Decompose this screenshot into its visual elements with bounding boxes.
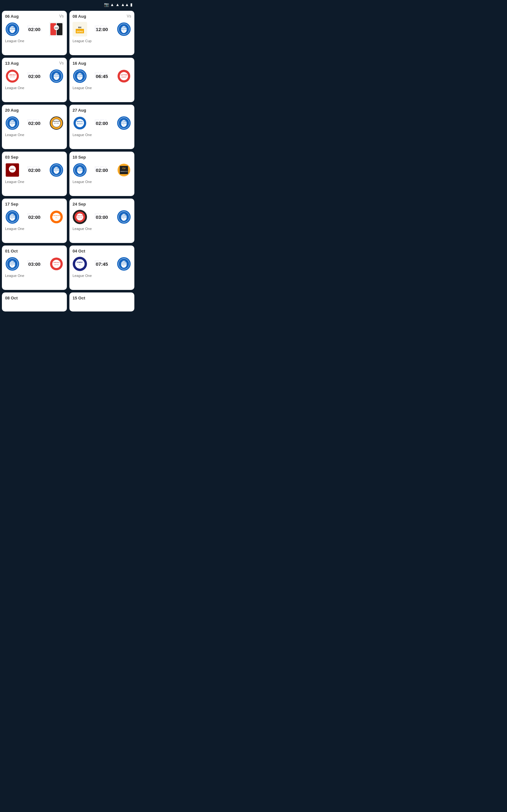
away-team-logo: EXE (49, 22, 64, 37)
svg-text:WYCOMBE: WYCOMBE (76, 167, 84, 169)
svg-text:F.C.: F.C. (79, 264, 81, 265)
home-team-logo: WYCOMBE WANDERERS F.C. (72, 69, 87, 84)
away-team-logo: CU CAMBRIDGE (117, 163, 131, 177)
match-card[interactable]: 01 Oct EFL WYCOMBE WANDERERS F.C. 03:00 … (2, 246, 67, 290)
match-competition: League One (5, 133, 64, 137)
match-competition: League One (5, 39, 64, 43)
match-card[interactable]: 13 Aug Vs EFL LINCOLN CITY FC 02:00 WYCO… (2, 58, 67, 102)
match-card[interactable]: 24 Sep EFL CHARLTON ATHLETIC 03:00 WYCOM… (69, 199, 134, 243)
svg-text:F.C.: F.C. (11, 30, 13, 32)
away-team-logo: BLACKPOOL FC (49, 210, 64, 224)
svg-text:F.C.: F.C. (78, 77, 81, 79)
match-time: 02:00 (20, 27, 49, 32)
match-body: EFL WYCOMBE WANDERERS F.C. 02:00 BREWERS… (5, 113, 64, 132)
svg-text:WYCOMBE: WYCOMBE (120, 261, 128, 263)
svg-text:NTFC: NTFC (10, 169, 14, 170)
status-icons: 📷 ▲ ▲ ▲▲ ▮ (104, 2, 132, 7)
match-time: 03:00 (20, 261, 49, 267)
camera-icon: 📷 (104, 2, 109, 7)
svg-text:FC: FC (55, 217, 57, 218)
matches-container: 06 Aug Vs EFL WYCOMBE WANDERERS F.C. 02:… (0, 9, 136, 313)
match-card[interactable]: 20 Aug EFL WYCOMBE WANDERERS F.C. 02:00 … (2, 105, 67, 149)
svg-text:EST 1950: EST 1950 (54, 123, 59, 124)
svg-text:WYCOMBE: WYCOMBE (52, 167, 61, 169)
match-card[interactable]: 03 Sep EFL NTFC 02:00 WYCOMBE WANDERERS … (2, 152, 67, 196)
away-team-logo: WYCOMBE WANDERERS F.C. (49, 69, 64, 84)
match-time: 12:00 (87, 27, 117, 32)
match-body: EFL WYCOMBE WANDERERS F.C. 02:00 BLACKPO… (5, 207, 64, 225)
match-body: EFL CHARLTON ATHLETIC 03:00 WYCOMBE WAND… (72, 207, 131, 225)
svg-point-120 (75, 259, 84, 269)
match-card[interactable]: 10 Sep EFL WYCOMBE WANDERERS F.C. 02:00 … (69, 152, 134, 196)
home-team-logo: MK DONS (72, 22, 87, 37)
match-date: 20 Aug (5, 108, 64, 113)
match-date: 17 Sep (5, 202, 64, 206)
home-team-logo: WYCOMBE WANDERERS F.C. (5, 257, 20, 271)
match-time: 07:45 (87, 261, 117, 267)
svg-text:WYCOMBE: WYCOMBE (76, 73, 84, 75)
match-competition: League One (72, 86, 131, 90)
svg-text:ORIENT: ORIENT (121, 77, 126, 78)
svg-text:F.C.: F.C. (78, 171, 81, 172)
away-team-logo: CARLISLE UNITED (49, 257, 64, 271)
svg-text:CARLISLE: CARLISLE (53, 262, 60, 263)
match-date: 15 Oct (72, 296, 131, 300)
svg-text:LEYTON: LEYTON (121, 74, 127, 76)
match-body: EFL NTFC 02:00 WYCOMBE WANDERERS F.C. (5, 160, 64, 179)
match-competition: League One (5, 180, 64, 184)
match-competition: League One (72, 274, 131, 277)
match-card[interactable]: 17 Sep EFL WYCOMBE WANDERERS F.C. 02:00 … (2, 199, 67, 243)
match-card[interactable]: 08 Aug Vs EFL MK DONS 12:00 WYCOMBE WAND… (69, 11, 134, 55)
svg-text:MK: MK (78, 26, 82, 29)
svg-text:CITY FC: CITY FC (10, 76, 15, 78)
svg-text:CAMBRIDGE: CAMBRIDGE (120, 171, 128, 172)
match-competition: League One (5, 86, 64, 90)
match-date: 24 Sep (72, 202, 131, 206)
match-body: EFL WYCOMBE WANDERERS F.C. 03:00 CARLISL… (5, 254, 64, 272)
match-date: 27 Aug (72, 108, 131, 113)
svg-text:LINCOLN: LINCOLN (9, 74, 15, 76)
svg-text:F.C.: F.C. (55, 171, 57, 172)
away-team-logo: WYCOMBE WANDERERS F.C. (117, 22, 131, 37)
match-date: 16 Aug (72, 61, 131, 66)
away-team-logo: WYCOMBE WANDERERS F.C. (49, 163, 64, 177)
home-team-logo: POMPEY F.C. (72, 257, 87, 271)
svg-text:CU: CU (122, 167, 125, 169)
match-card[interactable]: 16 Aug EFL WYCOMBE WANDERERS F.C. 06:45 … (69, 58, 134, 102)
match-card[interactable]: 04 Oct EFL POMPEY F.C. 07:45 WYCOMBE WAN… (69, 246, 134, 290)
match-vs-label: Vs (59, 14, 64, 18)
svg-text:WYCOMBE: WYCOMBE (120, 26, 128, 28)
match-card[interactable]: 06 Aug Vs EFL WYCOMBE WANDERERS F.C. 02:… (2, 11, 67, 55)
svg-text:F.C.: F.C. (123, 124, 125, 125)
match-card[interactable]: 15 Oct (69, 293, 134, 311)
match-time: 02:00 (20, 167, 49, 173)
svg-point-40 (120, 72, 128, 80)
signal-icon: ▲▲ (121, 2, 129, 7)
match-body: EFL WYCOMBE WANDERERS F.C. 06:45 LEYTON … (72, 66, 131, 85)
match-date: 04 Oct (72, 249, 131, 253)
svg-text:WYCOMBE: WYCOMBE (8, 261, 17, 263)
match-competition: League One (72, 227, 131, 231)
svg-text:UNITED: UNITED (54, 264, 59, 265)
match-vs-label: Vs (59, 61, 64, 65)
svg-text:F.C.: F.C. (11, 124, 13, 125)
match-time: 02:00 (20, 73, 49, 79)
svg-text:BLACKPOOL: BLACKPOOL (52, 215, 60, 216)
svg-point-99 (76, 213, 83, 220)
match-competition: League Cup (72, 39, 131, 43)
svg-text:WYCOMBE: WYCOMBE (120, 214, 128, 216)
match-time: 02:00 (87, 167, 117, 173)
home-team-logo: WYCOMBE WANDERERS F.C. (72, 163, 87, 177)
home-team-logo: WYCOMBE WANDERERS F.C. (5, 210, 20, 224)
match-card[interactable]: 27 Aug EFL BRISTOL ROVERS 02:00 WYCOMBE … (69, 105, 134, 149)
match-time: 02:00 (20, 120, 49, 126)
match-body: EFL MK DONS 12:00 WYCOMBE WANDERERS F.C. (72, 19, 131, 38)
match-date: 06 Aug (5, 14, 64, 19)
match-card[interactable]: 08 Oct (2, 293, 67, 311)
home-team-logo: WYCOMBE WANDERERS F.C. (5, 116, 20, 131)
match-competition: League One (72, 133, 131, 137)
notification-icon: ▲ (110, 2, 114, 7)
svg-text:ATHLETIC: ATHLETIC (77, 217, 83, 218)
away-team-logo: LEYTON ORIENT (117, 69, 131, 84)
match-time: 06:45 (87, 73, 117, 79)
